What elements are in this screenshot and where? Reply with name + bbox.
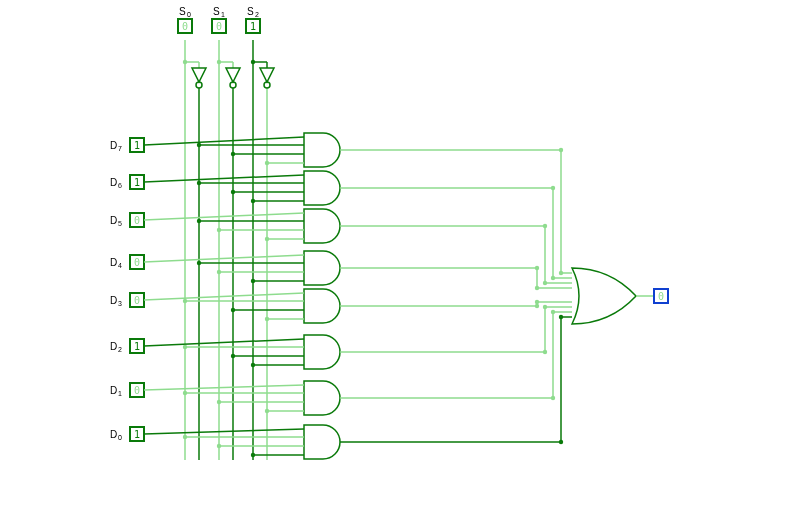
- d0-value: 1: [134, 429, 140, 440]
- or-gate: [572, 268, 636, 324]
- s2-not-gate: [260, 68, 274, 82]
- and-gate-3: [304, 251, 340, 285]
- d6-value: 1: [134, 177, 140, 188]
- s0-not-gate: [192, 68, 206, 82]
- d0-wire: [144, 429, 304, 434]
- d7-value: 1: [134, 140, 140, 151]
- d5-value: 0: [134, 215, 140, 226]
- d5-label: D: [110, 215, 117, 226]
- svg-point-66: [559, 315, 563, 319]
- svg-point-6: [231, 152, 235, 156]
- svg-point-4: [197, 143, 201, 147]
- and-gate-5: [304, 335, 340, 369]
- d7-wire: [144, 137, 304, 145]
- svg-point-54: [217, 400, 221, 404]
- junction: [183, 60, 187, 64]
- and-gate-7: [304, 425, 340, 459]
- d5-sub: 5: [118, 220, 122, 227]
- svg-point-9: [559, 148, 563, 152]
- svg-point-20: [197, 219, 201, 223]
- svg-point-42: [535, 300, 539, 304]
- d7-sub: 7: [118, 145, 122, 152]
- s0-sub: 0: [187, 11, 191, 18]
- svg-point-33: [535, 266, 539, 270]
- d2-label: D: [110, 341, 117, 352]
- svg-point-30: [217, 270, 221, 274]
- d6-label: D: [110, 177, 117, 188]
- svg-point-50: [543, 305, 547, 309]
- svg-point-46: [231, 354, 235, 358]
- svg-point-16: [251, 199, 255, 203]
- svg-point-36: [183, 299, 187, 303]
- d2-wire: [144, 339, 304, 346]
- d1-wire: [144, 385, 304, 390]
- svg-point-41: [535, 304, 539, 308]
- d3-wire: [144, 293, 304, 300]
- svg-point-32: [251, 279, 255, 283]
- svg-point-34: [535, 286, 539, 290]
- d2-sub: 2: [118, 346, 122, 353]
- svg-point-22: [217, 228, 221, 232]
- svg-point-24: [265, 237, 269, 241]
- d6-wire: [144, 175, 304, 182]
- svg-point-57: [551, 396, 555, 400]
- svg-point-60: [183, 435, 187, 439]
- s1-value: 0: [216, 21, 222, 32]
- svg-point-8: [265, 161, 269, 165]
- and-out-3: [340, 268, 572, 288]
- svg-point-12: [197, 181, 201, 185]
- svg-point-10: [559, 271, 563, 275]
- and-gate-4: [304, 289, 340, 323]
- svg-point-17: [551, 186, 555, 190]
- junction: [217, 60, 221, 64]
- and-out-6: [340, 312, 572, 398]
- and-out-5: [340, 307, 572, 352]
- svg-point-48: [251, 363, 255, 367]
- and-out-0: [340, 150, 572, 273]
- svg-point-25: [543, 224, 547, 228]
- svg-point-52: [183, 391, 187, 395]
- d1-value: 0: [134, 385, 140, 396]
- s2-label: S: [247, 6, 254, 17]
- d2-value: 1: [134, 341, 140, 352]
- svg-point-65: [559, 440, 563, 444]
- svg-point-18: [551, 276, 555, 280]
- svg-point-58: [551, 310, 555, 314]
- s1-sub: 1: [221, 11, 225, 18]
- svg-point-64: [251, 453, 255, 457]
- d7-label: D: [110, 140, 117, 151]
- d1-sub: 1: [118, 390, 122, 397]
- d6-sub: 6: [118, 182, 122, 189]
- d0-label: D: [110, 429, 117, 440]
- s0-label: S: [179, 6, 186, 17]
- and-gate-0: [304, 133, 340, 167]
- d4-wire: [144, 255, 304, 262]
- svg-point-14: [231, 190, 235, 194]
- d4-value: 0: [134, 257, 140, 268]
- svg-point-38: [231, 308, 235, 312]
- d0-sub: 0: [118, 434, 122, 441]
- and-gate-1: [304, 171, 340, 205]
- d5-wire: [144, 213, 304, 220]
- d1-label: D: [110, 385, 117, 396]
- svg-point-56: [265, 409, 269, 413]
- d3-value: 0: [134, 295, 140, 306]
- svg-point-26: [543, 281, 547, 285]
- s2-value: 1: [250, 21, 256, 32]
- svg-point-49: [543, 350, 547, 354]
- and-gate-6: [304, 381, 340, 415]
- s1-not-gate: [226, 68, 240, 82]
- and-out-1: [340, 188, 572, 278]
- junction: [251, 60, 255, 64]
- d3-sub: 3: [118, 300, 122, 307]
- d3-label: D: [110, 295, 117, 306]
- d4-sub: 4: [118, 262, 122, 269]
- output-value: 0: [658, 291, 664, 302]
- svg-point-40: [265, 317, 269, 321]
- d4-label: D: [110, 257, 117, 268]
- svg-point-44: [183, 345, 187, 349]
- and-out-7: [340, 317, 572, 442]
- svg-point-62: [217, 444, 221, 448]
- s1-label: S: [213, 6, 220, 17]
- s0-value: 0: [182, 21, 188, 32]
